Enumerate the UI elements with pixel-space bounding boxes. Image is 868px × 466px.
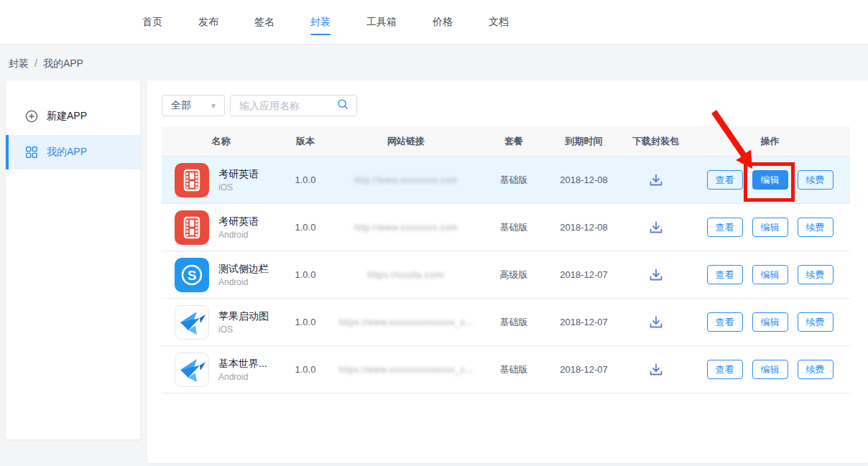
chevron-down-icon: ▼ — [210, 102, 217, 110]
sidebar-item-my-app[interactable]: 我的APP — [6, 135, 140, 169]
edit-button[interactable]: 编辑 — [752, 265, 788, 284]
app-url-redacted: https://souda.com/ — [367, 270, 444, 280]
table-row: 考研英语 iOS 1.0.0 http://www.xxxxxxxx.com 基… — [162, 157, 850, 204]
table-row: S 测试侧边栏 Android 1.0.0 https://souda.com/… — [162, 251, 850, 299]
app-name: 基本世界... — [218, 358, 267, 371]
app-plan: 高级版 — [481, 269, 546, 281]
nav-item-signature[interactable]: 签名 — [254, 0, 274, 45]
view-button[interactable]: 查看 — [707, 360, 743, 379]
renew-button[interactable]: 续费 — [798, 218, 834, 237]
app-plan: 基础版 — [481, 316, 546, 329]
col-header-download: 下载封装包 — [622, 135, 690, 148]
grid-icon — [25, 146, 38, 159]
app-expiry: 2018-12-07 — [546, 317, 622, 327]
app-screen: 首页 发布 签名 封装 工具箱 价格 文档 封装 / 我的APP 新建APP — [0, 0, 868, 466]
app-platform: iOS — [218, 182, 259, 192]
download-package-button[interactable] — [648, 314, 664, 330]
nav-item-home[interactable]: 首页 — [142, 0, 162, 45]
app-url-redacted: http://www.xxxxxxxx.com — [354, 223, 458, 233]
app-plan: 基础版 — [481, 363, 546, 376]
table-row: 基本世界... Android 1.0.0 https://www.xxxxxx… — [162, 346, 850, 393]
breadcrumb-separator: / — [34, 57, 37, 70]
app-plan: 基础版 — [481, 221, 546, 234]
nav-item-toolbox[interactable]: 工具箱 — [366, 0, 397, 45]
edit-button[interactable]: 编辑 — [752, 312, 788, 332]
app-version: 1.0.0 — [280, 317, 331, 327]
main-content: 全部 ▼ 名称 版本 网站链接 套餐 到期时间 下载封装包 — [147, 80, 868, 463]
app-table: 名称 版本 网站链接 套餐 到期时间 下载封装包 操作 — [162, 126, 850, 393]
download-package-button[interactable] — [648, 362, 664, 378]
nav-item-pricing[interactable]: 价格 — [433, 0, 453, 45]
view-button[interactable]: 查看 — [707, 218, 743, 237]
edit-button[interactable]: 编辑 — [752, 170, 788, 190]
sidebar-item-label: 新建APP — [47, 110, 87, 123]
table-header-row: 名称 版本 网站链接 套餐 到期时间 下载封装包 操作 — [162, 126, 850, 157]
film-app-icon — [175, 210, 209, 245]
app-expiry: 2018-12-07 — [546, 269, 622, 280]
sidebar: 新建APP 我的APP — [6, 80, 140, 439]
download-package-button[interactable] — [648, 172, 664, 188]
download-package-button[interactable] — [648, 267, 664, 283]
app-name: 考研英语 — [218, 215, 259, 228]
download-icon — [648, 362, 664, 378]
view-button[interactable]: 查看 — [707, 312, 743, 332]
app-name: 测试侧边栏 — [218, 263, 269, 276]
bird-app-icon — [175, 353, 209, 387]
breadcrumb: 封装 / 我的APP — [9, 57, 83, 70]
col-header-url: 网站链接 — [331, 135, 481, 148]
download-icon — [648, 172, 664, 188]
search-input[interactable] — [239, 100, 336, 111]
renew-button[interactable]: 续费 — [798, 312, 834, 332]
col-header-expiry: 到期时间 — [546, 135, 622, 148]
app-url-redacted: http://www.xxxxxxxx.com — [354, 175, 458, 185]
sidebar-item-label: 我的APP — [47, 146, 87, 159]
table-row: 苹果启动图 iOS 1.0.0 https://www.xxxxxxxxxxxx… — [162, 299, 850, 346]
s-swirl-app-icon: S — [175, 258, 209, 292]
sidebar-item-new-app[interactable]: 新建APP — [6, 99, 140, 134]
app-platform: iOS — [218, 325, 269, 335]
renew-button[interactable]: 续费 — [798, 265, 834, 284]
col-header-actions: 操作 — [690, 135, 850, 148]
app-url-redacted: https://www.xxxxxxxxxxxxxx_x... — [339, 365, 474, 375]
edit-button[interactable]: 编辑 — [752, 360, 788, 379]
download-package-button[interactable] — [648, 220, 664, 236]
table-row: 考研英语 Android 1.0.0 http://www.xxxxxxxx.c… — [162, 204, 850, 251]
app-version: 1.0.0 — [280, 364, 331, 375]
app-plan: 基础版 — [481, 174, 546, 187]
app-version: 1.0.0 — [280, 222, 331, 233]
app-platform: Android — [218, 277, 269, 287]
app-name: 考研英语 — [218, 168, 259, 181]
plus-circle-icon — [25, 110, 38, 123]
breadcrumb-current: 我的APP — [43, 57, 83, 70]
app-url-redacted: https://www.xxxxxxxxxxxxxx_x... — [339, 317, 474, 327]
edit-button[interactable]: 编辑 — [752, 218, 788, 237]
search-box — [230, 95, 357, 116]
download-icon — [648, 314, 664, 330]
app-name: 苹果启动图 — [218, 310, 269, 323]
app-expiry: 2018-12-08 — [546, 174, 622, 185]
top-navigation: 首页 发布 签名 封装 工具箱 价格 文档 — [0, 0, 868, 45]
nav-item-docs[interactable]: 文档 — [489, 0, 509, 45]
nav-item-package-active[interactable]: 封装 — [310, 0, 331, 45]
app-expiry: 2018-12-07 — [546, 364, 622, 375]
app-platform: Android — [218, 230, 259, 240]
col-header-name: 名称 — [162, 135, 280, 148]
view-button[interactable]: 查看 — [707, 170, 743, 190]
view-button[interactable]: 查看 — [707, 265, 743, 284]
renew-button[interactable]: 续费 — [798, 360, 834, 379]
nav-item-publish[interactable]: 发布 — [198, 0, 218, 45]
col-header-plan: 套餐 — [481, 135, 546, 148]
col-header-version: 版本 — [280, 135, 331, 148]
app-version: 1.0.0 — [280, 269, 331, 280]
app-expiry: 2018-12-08 — [546, 222, 622, 233]
breadcrumb-section[interactable]: 封装 — [9, 57, 29, 70]
renew-button[interactable]: 续费 — [798, 170, 834, 190]
app-platform: Android — [218, 372, 267, 382]
category-select[interactable]: 全部 ▼ — [162, 95, 225, 116]
app-version: 1.0.0 — [280, 174, 331, 185]
download-icon — [648, 220, 664, 236]
search-icon[interactable] — [336, 98, 349, 113]
download-icon — [648, 267, 664, 283]
filter-bar: 全部 ▼ — [162, 95, 357, 116]
bird-app-icon — [175, 305, 209, 340]
